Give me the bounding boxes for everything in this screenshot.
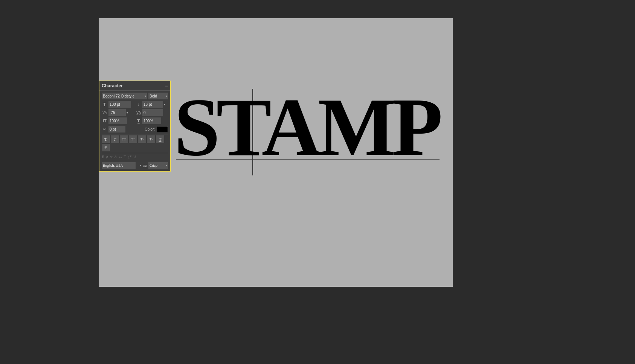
superscript-style-btn[interactable]: Ts (138, 136, 146, 143)
baseline-icon: A↑ (102, 127, 108, 131)
ot-oldstyle-btn[interactable]: ø (106, 155, 108, 159)
underline-style-btn[interactable]: T (156, 136, 164, 143)
bottom-row: English: USA aa None Sharp Crisp Strong … (102, 162, 168, 169)
ot-swash-btn[interactable]: A (114, 155, 117, 159)
horiz-scale-input[interactable] (142, 117, 161, 124)
baseline-group: A↑ (102, 126, 143, 133)
regular-style-btn[interactable]: T (102, 136, 110, 143)
kerning-icon: VA (102, 111, 108, 114)
font-size-icon: T (102, 102, 108, 107)
tracking-icon: V̲A̲ (136, 111, 142, 114)
panel-menu-icon[interactable]: ≡ (165, 83, 168, 89)
color-group: Color: (145, 126, 168, 132)
leading-input[interactable] (142, 101, 163, 108)
language-wrapper: English: USA (102, 162, 142, 169)
ot-ordinal-btn[interactable]: 1st (128, 154, 132, 159)
antialiasing-label: aa (143, 164, 147, 168)
antialiasing-wrapper: None Sharp Crisp Strong Smooth (148, 162, 168, 169)
allcaps-style-btn[interactable]: TT (120, 136, 128, 143)
color-swatch[interactable] (157, 126, 168, 132)
font-family-select[interactable]: Bodoni 72 Oldstyle (102, 93, 147, 99)
kerning-tracking-row: VA ▾ V̲A̲ (102, 109, 168, 116)
opentype-buttons-row: fi ø st A aa T 1st ½ (102, 154, 168, 159)
font-size-input[interactable] (108, 101, 131, 108)
scale-row: IT T̲ (102, 117, 168, 124)
baseline-color-row: A↑ Color: (102, 126, 168, 133)
vert-scale-input[interactable] (108, 117, 127, 124)
subscript-style-btn[interactable]: Ts (147, 136, 155, 143)
ot-fraction-btn[interactable]: ½ (133, 155, 137, 159)
vert-scale-group: IT (102, 117, 134, 124)
app-background: STAMP Character ≡ Bodoni 72 Oldstyle Bol… (0, 0, 635, 364)
kerning-input[interactable] (108, 109, 126, 116)
strikethrough-style-btn[interactable]: T (102, 144, 110, 151)
kerning-group: VA ▾ (102, 109, 134, 116)
horiz-scale-icon: T̲ (136, 119, 142, 123)
horiz-scale-group: T̲ (136, 117, 168, 124)
kerning-dropdown-arrow: ▾ (127, 111, 128, 114)
font-family-row: Bodoni 72 Oldstyle Bold (102, 93, 168, 99)
vert-scale-icon: IT (102, 119, 108, 123)
ot-ligature-btn[interactable]: fi (102, 155, 105, 159)
tracking-input[interactable] (142, 109, 163, 116)
baseline-input[interactable] (108, 126, 125, 133)
leading-icon: ↕ (136, 102, 142, 107)
character-panel: Character ≡ Bodoni 72 Oldstyle Bold (99, 81, 171, 172)
ot-st-btn[interactable]: st (110, 155, 113, 159)
panel-title: Character (102, 83, 123, 88)
leading-dropdown-arrow: ▾ (164, 103, 165, 106)
ot-aa-btn[interactable]: aa (118, 155, 122, 159)
antialiasing-select[interactable]: None Sharp Crisp Strong Smooth (148, 162, 168, 169)
font-size-group: T (102, 101, 134, 108)
style-buttons-row: T T TT TT Ts Ts T T (102, 136, 168, 151)
separator-1 (102, 134, 168, 134)
size-leading-row: T ↕ ▾ (102, 101, 168, 108)
italic-style-btn[interactable]: T (111, 136, 119, 143)
separator-3 (102, 161, 168, 161)
color-label: Color: (145, 127, 155, 131)
smallcaps-style-btn[interactable]: TT (129, 136, 137, 143)
language-select[interactable]: English: USA (102, 162, 136, 169)
panel-body: Bodoni 72 Oldstyle Bold T ↕ (99, 91, 170, 171)
panel-header: Character ≡ (99, 81, 170, 91)
tracking-group: V̲A̲ (136, 109, 168, 116)
font-style-select[interactable]: Bold (148, 93, 168, 99)
ot-T-btn[interactable]: T (124, 155, 127, 159)
separator-2 (102, 153, 168, 153)
leading-group: ↕ ▾ (136, 101, 168, 108)
stamp-text[interactable]: STAMP (174, 86, 439, 169)
